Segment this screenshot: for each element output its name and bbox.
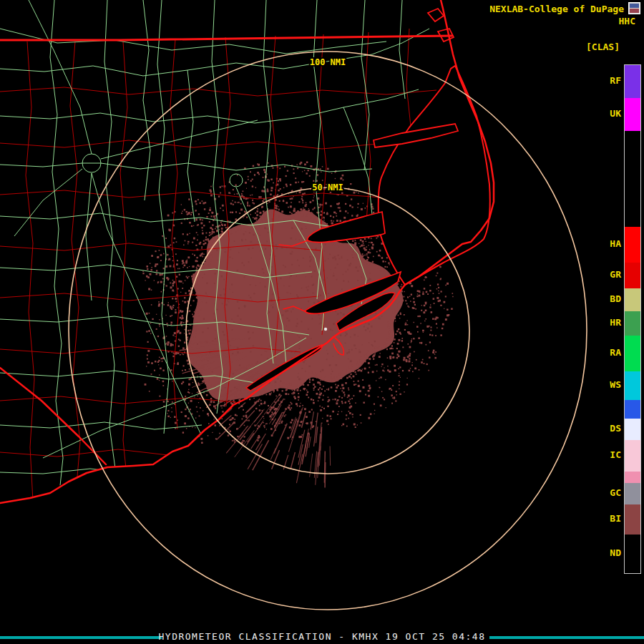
- legend-label-RF: RF: [592, 75, 621, 86]
- header-title: NEXLAB-College of DuPage: [489, 4, 624, 14]
- legend-segment-gap: [625, 400, 640, 419]
- legend-segment-RA: [625, 336, 640, 371]
- radar-map: 50 NMI100 NMI: [0, 0, 644, 644]
- radar-site-marker: [324, 328, 327, 331]
- currituck-island: [428, 9, 444, 21]
- legend-segment-GR: [625, 263, 640, 288]
- legend-segment-WS: [625, 371, 640, 400]
- legend-label-HA: HA: [592, 238, 621, 249]
- legend-color-bar: [624, 64, 641, 574]
- legend-segment-BD: [625, 288, 640, 311]
- legend-labels: RFUKHAGRBDHRRAWSDSICGCBIND: [592, 64, 621, 574]
- legend-label-IC: IC: [592, 449, 621, 460]
- legend-segment-gap: [625, 131, 640, 227]
- legend-label-BD: BD: [592, 293, 621, 304]
- legend-label-GR: GR: [592, 269, 621, 280]
- product-title: HYDROMETEOR CLASSIFICATION - KMHX 19 OCT…: [0, 631, 644, 642]
- legend-label-WS: WS: [592, 379, 621, 390]
- legend-segment-UK: [625, 98, 640, 131]
- range-ring-label: 50 NMI: [312, 182, 343, 192]
- legend-label-DS: DS: [592, 423, 621, 434]
- legend-segment-DS: [625, 419, 640, 440]
- state-border-north: [0, 36, 452, 40]
- legend-title: HHC: [619, 16, 635, 26]
- legend-segment-GC: [625, 483, 640, 504]
- legend-segment-IC: [625, 440, 640, 472]
- legend-segment-ND: [625, 535, 640, 573]
- range-ring-label: 100 NMI: [310, 57, 346, 67]
- state-border-southwest: [0, 368, 106, 464]
- legend-subtitle: [CLAS]: [586, 42, 620, 52]
- legend-label-HR: HR: [592, 317, 621, 328]
- legend-label-RA: RA: [592, 347, 621, 358]
- legend-label-BI: BI: [592, 513, 621, 524]
- cod-logo-icon: [628, 2, 640, 14]
- legend-segment-gap: [625, 472, 640, 483]
- radar-product-view: 50 NMI100 NMI NEXLAB-College of DuPage H…: [0, 0, 644, 644]
- pamlico-sound: [379, 66, 490, 285]
- legend-segment-RF: [625, 65, 640, 98]
- legend-label-GC: GC: [592, 487, 621, 498]
- legend-segment-HR: [625, 311, 640, 336]
- legend-label-ND: ND: [592, 547, 621, 558]
- legend-label-UK: UK: [592, 108, 621, 119]
- legend-segment-HA: [625, 227, 640, 263]
- legend-segment-BI: [625, 504, 640, 535]
